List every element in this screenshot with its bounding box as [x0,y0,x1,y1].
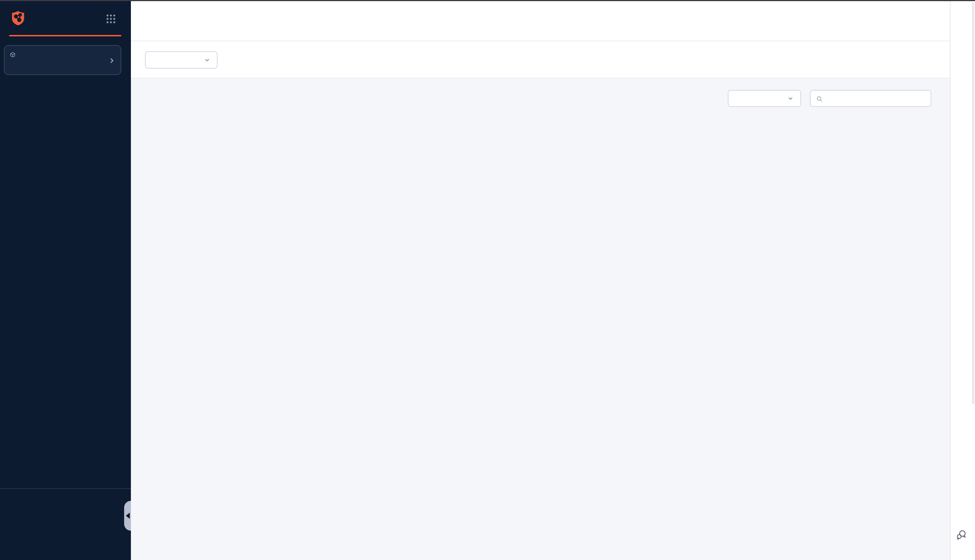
filter-bar [131,41,950,78]
module-accent-bar [9,35,121,37]
module-grid-icon[interactable] [106,14,116,24]
severity-filter-dropdown[interactable] [728,90,801,107]
search-field [810,90,931,107]
rules-panel [131,78,950,560]
chevron-down-icon [787,95,794,102]
sidebar [0,0,131,560]
main-content [131,1,950,560]
scrollbar-thumb[interactable] [972,2,975,404]
page-header [131,1,950,41]
sidebar-collapse-handle[interactable] [124,501,131,531]
sidebar-footer-divider [0,488,131,489]
brand [9,10,122,29]
right-gutter [950,1,975,560]
chevron-right-icon [108,57,116,64]
search-input[interactable] [828,90,926,106]
search-icon [816,95,823,103]
project-selector[interactable] [4,45,121,75]
window-top-strip [0,0,975,1]
chevron-down-icon [204,57,211,64]
chat-bubbles-icon[interactable] [955,529,967,541]
supply-chain-security-logo-icon [9,10,27,28]
project-cube-icon [10,50,16,56]
standards-dropdown[interactable] [145,51,217,68]
